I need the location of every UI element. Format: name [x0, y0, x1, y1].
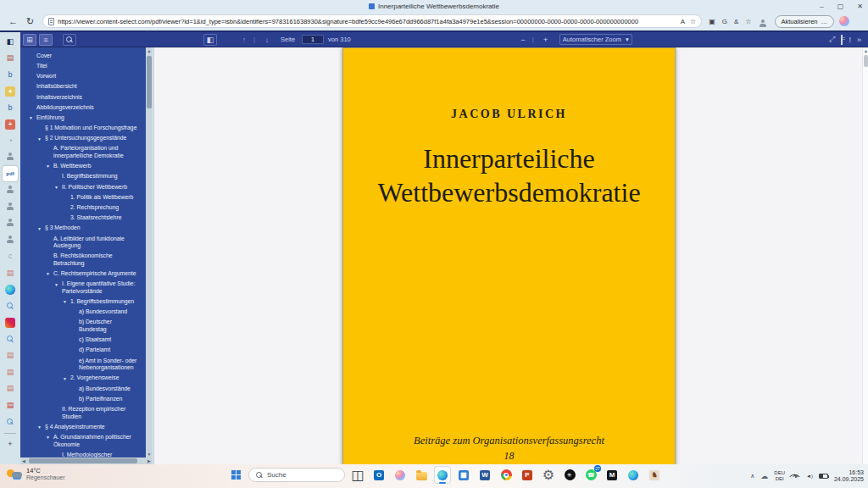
scrollbar-thumb[interactable] — [147, 56, 152, 108]
toc-item[interactable]: A. Leitbilder und funktionale Auslegung — [20, 234, 144, 252]
onedrive-icon[interactable]: ☁ — [760, 472, 768, 480]
maximize-button[interactable]: ▢ — [837, 3, 844, 10]
toc-item[interactable]: 3. Staatsrechtslehre — [20, 213, 144, 223]
toc-vertical-scrollbar[interactable]: ▲ ▼ — [146, 47, 153, 458]
tab-instagram-icon[interactable] — [3, 315, 18, 330]
scroll-right-arrow[interactable]: ▶ — [146, 458, 153, 464]
expand-triangle-icon[interactable]: ▼ — [46, 270, 50, 278]
favorite-star-icon[interactable]: ☆ — [690, 18, 696, 25]
tab-document-icon[interactable]: ▤ — [3, 348, 18, 363]
outlook-icon[interactable]: O — [370, 466, 387, 484]
file-explorer-icon[interactable] — [413, 466, 430, 484]
tab-document-icon[interactable]: ▤ — [3, 364, 18, 380]
tab-document-icon[interactable]: ▤ — [3, 381, 18, 396]
download-button[interactable] — [841, 36, 843, 44]
scroll-up-arrow[interactable]: ▲ — [863, 47, 868, 54]
toc-horizontal-scrollbar[interactable]: ◀ ▶ — [20, 458, 153, 464]
chatgpt-icon[interactable]: ✳ — [561, 466, 578, 484]
tab-document-icon[interactable]: ▤ — [3, 265, 18, 280]
tab-bing-icon[interactable]: b — [3, 67, 18, 82]
copilot-icon[interactable] — [839, 16, 849, 26]
toc-item[interactable]: Inhaltsübersicht — [20, 82, 144, 92]
tab-pdf-viewer-active[interactable]: pdf — [3, 166, 18, 181]
tab-edge-icon[interactable] — [3, 282, 18, 297]
scroll-left-arrow[interactable]: ◀ — [20, 458, 27, 464]
toc-item[interactable]: ▼C. Rechtsempirische Argumente — [20, 269, 144, 279]
collections-icon[interactable]: ▣ — [709, 18, 715, 25]
address-bar[interactable]: https://viewer.content-select.com/pdf/vi… — [42, 14, 702, 28]
tab-person-icon[interactable] — [3, 232, 18, 247]
toc-item[interactable]: II. Rezeption empirischer Studien — [20, 404, 144, 422]
weather-widget[interactable]: 14°C Regenschauer — [7, 467, 65, 481]
previous-page-button[interactable]: ↑ — [237, 34, 251, 46]
settings-icon[interactable]: ⚙ — [540, 466, 557, 484]
url-text[interactable]: https://viewer.content-select.com/pdf/vi… — [58, 18, 680, 25]
expand-triangle-icon[interactable]: ▼ — [37, 136, 42, 143]
vertical-tabs-toggle-icon[interactable]: ◧ — [3, 34, 18, 49]
task-view-icon[interactable]: ◫ — [349, 466, 366, 484]
aktualisieren-button[interactable]: Aktualisieren … — [775, 15, 834, 28]
toc-item[interactable]: Vorwort — [20, 71, 144, 81]
profile-avatar[interactable] — [759, 17, 768, 26]
favorites-bar-icon[interactable]: ☆ — [745, 18, 751, 25]
expand-triangle-icon[interactable]: ▼ — [63, 298, 67, 306]
search-button[interactable] — [63, 34, 76, 46]
fullscreen-button[interactable]: ⤢ — [829, 35, 835, 44]
app-blue-globe-icon[interactable] — [625, 466, 642, 484]
toc-item[interactable]: b) Deutscher Bundestag — [20, 318, 144, 336]
thumbnails-button[interactable]: ⊞ — [23, 34, 36, 46]
tab-document-red-icon[interactable]: ▤ — [3, 397, 18, 413]
tab-person-icon[interactable] — [3, 216, 18, 231]
expand-triangle-icon[interactable]: ▼ — [54, 184, 58, 191]
scrollbar-thumb[interactable] — [864, 55, 868, 67]
app-black-icon[interactable]: M — [604, 466, 620, 484]
word-icon[interactable]: W — [476, 466, 493, 484]
app-mascot-icon[interactable]: ♞ — [646, 466, 663, 484]
hidden-icons-chevron[interactable]: ∧ — [750, 473, 754, 480]
toc-item[interactable]: 2. Rechtsprechung — [20, 202, 144, 213]
tab-bing-icon[interactable]: b — [3, 100, 18, 115]
tab-person-icon[interactable] — [3, 183, 18, 198]
zoom-in-button[interactable]: + — [539, 34, 553, 46]
toc-item[interactable]: 1. Politik als Wettbewerb — [20, 192, 144, 202]
toc-item[interactable]: Cover — [20, 51, 144, 61]
back-button[interactable]: ← — [8, 16, 18, 27]
toc-item[interactable]: I. Begriffsbestimmung — [20, 172, 144, 182]
expand-triangle-icon[interactable]: ▼ — [37, 424, 42, 431]
tab-person-icon[interactable] — [3, 150, 18, 165]
alert-button[interactable]: ! — [849, 36, 851, 44]
toc-item[interactable]: ▼2. Vorgehensweise — [20, 374, 144, 384]
tab-search-icon[interactable] — [3, 298, 18, 313]
tab-search-icon[interactable] — [3, 331, 18, 347]
toc-item[interactable]: ▼A. Grundannahmen politischer Ökonomie — [20, 432, 144, 450]
start-button[interactable] — [227, 466, 244, 484]
zoom-out-button[interactable]: − — [516, 34, 530, 46]
wifi-icon[interactable] — [791, 473, 800, 480]
expand-triangle-icon[interactable]: ▼ — [46, 434, 50, 441]
toc-item[interactable]: b) Parteifinanzen — [20, 394, 144, 404]
tab-c-icon[interactable]: c — [3, 249, 18, 264]
toc-item[interactable]: d) Parteiamt — [20, 346, 144, 356]
toc-item[interactable]: ▼I. Eigene quantitative Studie: Parteivo… — [20, 280, 144, 297]
toc-item[interactable]: Abbildungsverzeichnis — [20, 103, 144, 113]
scroll-down-arrow[interactable]: ▼ — [146, 451, 153, 458]
edge-icon[interactable] — [434, 466, 451, 484]
zoom-select[interactable]: Automatischer Zoom ▾ — [559, 34, 632, 45]
language-indicator[interactable]: DEU DEI — [774, 470, 785, 482]
sidebar-toggle-button[interactable]: ◧ — [203, 34, 217, 46]
expand-triangle-icon[interactable]: ▼ — [46, 163, 50, 170]
volume-icon[interactable]: ◄) — [806, 474, 813, 479]
toc-item[interactable]: ▼1. Begriffsbestimmungen — [20, 297, 144, 307]
tab-yellow-icon[interactable]: ♦ — [3, 84, 18, 99]
battery-icon[interactable] — [819, 474, 828, 479]
site-info-icon[interactable] — [48, 18, 54, 25]
expand-triangle-icon[interactable]: ▼ — [29, 114, 33, 122]
powerpoint-icon[interactable]: P — [519, 466, 536, 484]
toc-item[interactable]: ▼§ 3 Methoden — [20, 224, 144, 234]
tab-search-icon[interactable] — [3, 414, 18, 430]
document-vertical-scrollbar[interactable]: ▲ — [862, 47, 868, 464]
read-aloud-icon[interactable]: A — [681, 18, 685, 25]
toc-item[interactable]: Titel — [20, 61, 144, 71]
toc-item[interactable]: ▼II. Politischer Wettbewerb — [20, 182, 144, 192]
toc-item[interactable]: a) Bundesvorstände — [20, 384, 144, 394]
